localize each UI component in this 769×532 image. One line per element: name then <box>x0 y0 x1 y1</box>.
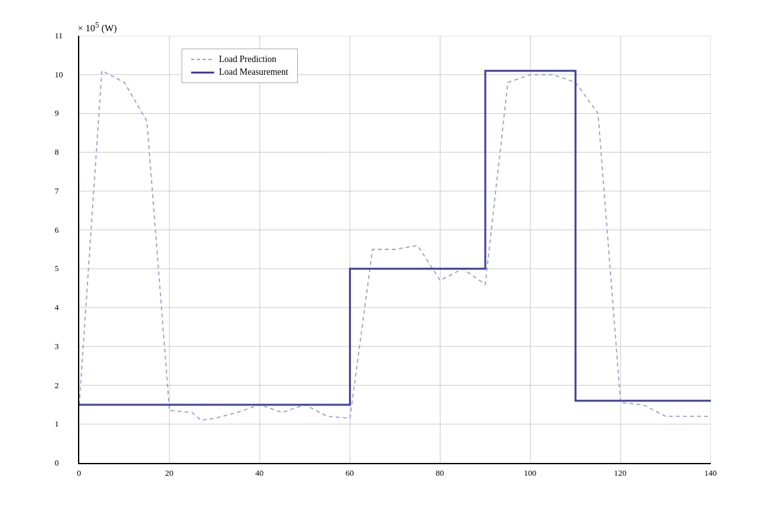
y-axis-unit: × 105 (W) <box>78 20 117 34</box>
y-tick-6: 6 <box>55 225 59 235</box>
y-tick-1: 1 <box>55 419 59 429</box>
legend-line-prediction <box>191 59 214 60</box>
y-tick-3: 3 <box>55 341 59 352</box>
x-tick-20: 20 <box>165 468 173 478</box>
y-tick-10: 10 <box>55 70 63 80</box>
legend-line-measurement <box>191 72 214 74</box>
y-tick-8: 8 <box>55 147 59 157</box>
y-tick-9: 9 <box>55 108 59 118</box>
legend-item-measurement: Load Measurement <box>191 67 288 77</box>
x-tick-140: 140 <box>704 468 717 478</box>
legend-label-measurement: Load Measurement <box>219 67 288 77</box>
x-tick-120: 120 <box>614 468 627 478</box>
x-tick-60: 60 <box>345 468 353 478</box>
legend-item-prediction: Load Prediction <box>191 54 288 65</box>
y-tick-2: 2 <box>55 380 59 391</box>
y-tick-0: 0 <box>55 458 59 468</box>
chart-container: × 105 (W) Load Prediction Load Measureme… <box>33 17 736 515</box>
x-tick-80: 80 <box>436 468 444 478</box>
x-tick-100: 100 <box>524 468 536 478</box>
x-tick-40: 40 <box>255 468 263 478</box>
y-tick-11: 11 <box>55 31 63 41</box>
chart-area: Load Prediction Load Measurement 0123456… <box>78 36 711 464</box>
chart-legend: Load Prediction Load Measurement <box>182 49 298 83</box>
legend-label-prediction: Load Prediction <box>219 54 277 65</box>
x-tick-0: 0 <box>77 468 81 478</box>
y-tick-5: 5 <box>55 263 59 274</box>
y-tick-7: 7 <box>55 186 59 196</box>
y-tick-4: 4 <box>55 302 59 313</box>
